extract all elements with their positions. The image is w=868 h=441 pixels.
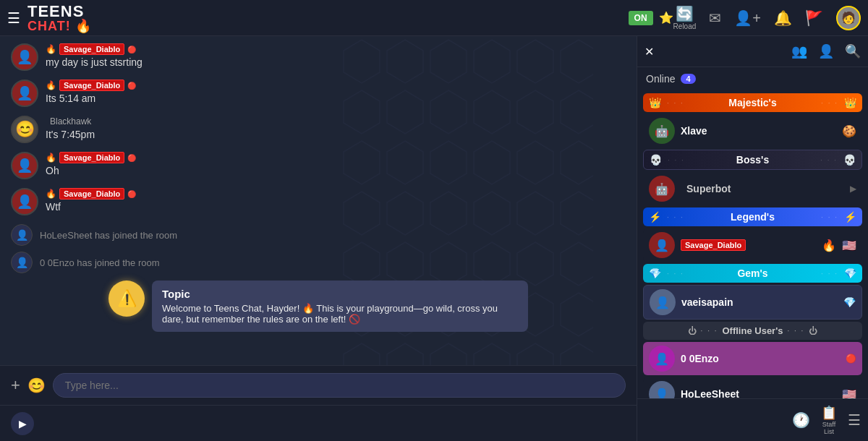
hamburger-icon[interactable]: ☰	[7, 9, 20, 27]
msg-username: Blackhawk	[46, 116, 626, 127]
user-item-oenzo[interactable]: 👤 0 0Enzo 🔴	[643, 342, 862, 375]
chat-messages: 👤 🔥 Savage_Diablo 🔴 my day is just stsrt…	[0, 36, 637, 365]
msg-username: 🔥 Savage_Diablo 🔴	[46, 80, 626, 91]
clock-icon[interactable]: 🕐	[792, 411, 810, 429]
message-row: 👤 🔥 Savage_Diablo 🔴 my day is just stsrt…	[11, 43, 626, 71]
flag-us-icon: 🇺🇸	[842, 239, 856, 252]
dots-right: · · ·	[788, 327, 805, 335]
bottom-toolbar: ▶	[0, 405, 637, 441]
message-row: 😊 Blackhawk It's 7:45pm	[11, 116, 626, 143]
user-name: Xlave	[681, 125, 836, 137]
gem-right-icon: 💎	[844, 267, 856, 279]
mail-icon[interactable]: ✉	[709, 9, 721, 27]
staff-list-label: StaffList	[822, 421, 835, 435]
user-item-xlave[interactable]: 🤖 Xlave 🍪	[643, 114, 862, 147]
reload-button[interactable]: 🔄 Reload	[673, 5, 697, 30]
user-item-vaeisa[interactable]: 👤 vaeisapain 💎	[643, 285, 862, 320]
sys-avatar: 👤	[11, 224, 33, 246]
msg-text: my day is just stsrting	[46, 56, 626, 68]
user-item-boss[interactable]: 💀 · · · Boss's · · · 💀	[643, 150, 862, 170]
notification-icon[interactable]: 🔔	[774, 9, 792, 27]
dots-left: · · ·	[668, 156, 685, 164]
nav-center: ON ⭐	[629, 11, 673, 25]
username-label: Blackhawk	[46, 116, 95, 127]
avatar: 👤	[11, 43, 38, 71]
dots-left: · · ·	[667, 213, 684, 221]
user-name: vaeisapain	[681, 296, 838, 308]
system-message: 👤 HoLeeSheet has joined the room	[11, 224, 626, 246]
on-badge: ON	[629, 11, 653, 25]
badge-icon: 🔴	[127, 190, 136, 198]
msg-text: Its 5:14 am	[46, 93, 626, 104]
system-text: HoLeeSheet has joined the room	[40, 230, 177, 241]
topic-content: Topic Welcome to Teens Chat, Hayder! 🔥 T…	[152, 281, 528, 332]
add-user-icon[interactable]: 👤+	[734, 9, 761, 27]
crown-left-icon: 👑	[649, 97, 661, 108]
user-icon[interactable]: 👤	[818, 43, 834, 59]
sidebar-icons: 👥 👤 🔍	[791, 43, 861, 59]
user-avatar: 🤖	[649, 176, 675, 202]
chat-input[interactable]	[53, 373, 626, 398]
username-badge: Savage_Diablo	[59, 80, 124, 91]
msg-username: 🔥 Savage_Diablo 🔴	[46, 152, 626, 163]
topic-title: Topic	[162, 288, 518, 300]
user-item-savage[interactable]: 👤 Savage_Diablo 🔥 🇺🇸	[643, 228, 862, 262]
sys-avatar: 👤	[11, 252, 33, 273]
main-layout: 👤 🔥 Savage_Diablo 🔴 my day is just stsrt…	[0, 36, 868, 441]
msg-text: It's 7:45pm	[46, 129, 626, 140]
flag-us-icon: 🇺🇸	[842, 388, 856, 399]
menu-icon[interactable]: ☰	[848, 411, 861, 429]
user-avatar[interactable]: 🧑	[836, 6, 861, 30]
nav-left: ☰ TEENS CHAT! 🔥	[7, 4, 629, 33]
user-item-gem[interactable]: 💎 · · · Gem's · · · 💎	[643, 264, 862, 283]
topic-text: Welcome to Teens Chat, Hayder! 🔥 This is…	[162, 303, 518, 325]
lightning-right-icon: ⚡	[844, 211, 856, 223]
skull-right-icon: 💀	[843, 154, 856, 166]
lightning-left-icon: ⚡	[649, 211, 661, 223]
star-nav-icon: ⭐	[659, 11, 673, 25]
user-name: Legend's	[690, 211, 815, 223]
user-name: Majestic's	[690, 97, 815, 108]
user-name: 0 0Enzo	[681, 353, 840, 364]
msg-content: Blackhawk It's 7:45pm	[46, 116, 626, 140]
offline-header: ⏻ · · · Offline User's · · · ⏻	[643, 322, 862, 340]
add-button[interactable]: +	[11, 376, 20, 395]
search-icon[interactable]: 🔍	[845, 43, 861, 59]
sidebar-bottom: 🕐 📋 StaffList ☰	[637, 398, 868, 441]
dots-right: · · ·	[820, 156, 838, 164]
gem-left-icon: 💎	[649, 267, 661, 279]
user-item-superbot[interactable]: 🤖 Superbot ▶	[643, 172, 862, 205]
dots-left: · · ·	[701, 327, 718, 335]
badge-icon: 🔴	[127, 154, 136, 162]
emoji-button[interactable]: 😊	[27, 377, 46, 394]
staff-list-button[interactable]: 📋 StaffList	[821, 405, 837, 435]
msg-username: 🔥 Savage_Diablo 🔴	[46, 188, 626, 200]
reload-icon: 🔄	[676, 5, 694, 22]
msg-text: Oh	[46, 165, 626, 176]
crown-right-icon: 👑	[844, 97, 856, 108]
flag-icon[interactable]: 🚩	[805, 9, 823, 27]
users-icon[interactable]: 👥	[791, 43, 807, 59]
logo-chat: CHAT! 🔥	[27, 20, 92, 33]
msg-content: 🔥 Savage_Diablo 🔴 Oh	[46, 152, 626, 176]
user-avatar: 👤	[650, 289, 676, 315]
topic-bubble: ⚠️ Topic Welcome to Teens Chat, Hayder! …	[11, 281, 626, 332]
fire-icon: 🔥	[822, 239, 836, 252]
flame-icon: 🔥	[46, 44, 56, 54]
chat-input-area: + 😊	[0, 365, 637, 405]
message-row: 👤 🔥 Savage_Diablo 🔴 Wtf	[11, 188, 626, 215]
system-text: 0 0Enzo has joined the room	[40, 257, 160, 268]
skull-left-icon: 💀	[650, 154, 662, 166]
flame-icon: 🔥	[46, 153, 56, 163]
user-item-holeesheet[interactable]: 👤 HoLeeSheet 🇺🇸	[643, 377, 862, 398]
user-avatar: 👤	[649, 346, 675, 372]
user-info: Savage_Diablo	[681, 239, 816, 251]
user-avatar: 🤖	[649, 118, 675, 144]
user-item-legend[interactable]: ⚡ · · · Legend's · · · ⚡	[643, 207, 862, 226]
play-button[interactable]: ▶	[11, 412, 34, 435]
user-item-majestic[interactable]: 👑 · · · Majestic's · · · 👑	[643, 93, 862, 112]
online-count: 4	[681, 74, 695, 84]
topic-icon: ⚠️	[109, 281, 145, 317]
red-dot-icon: 🔴	[846, 354, 856, 364]
sidebar-close-button[interactable]: ✕	[644, 45, 654, 59]
